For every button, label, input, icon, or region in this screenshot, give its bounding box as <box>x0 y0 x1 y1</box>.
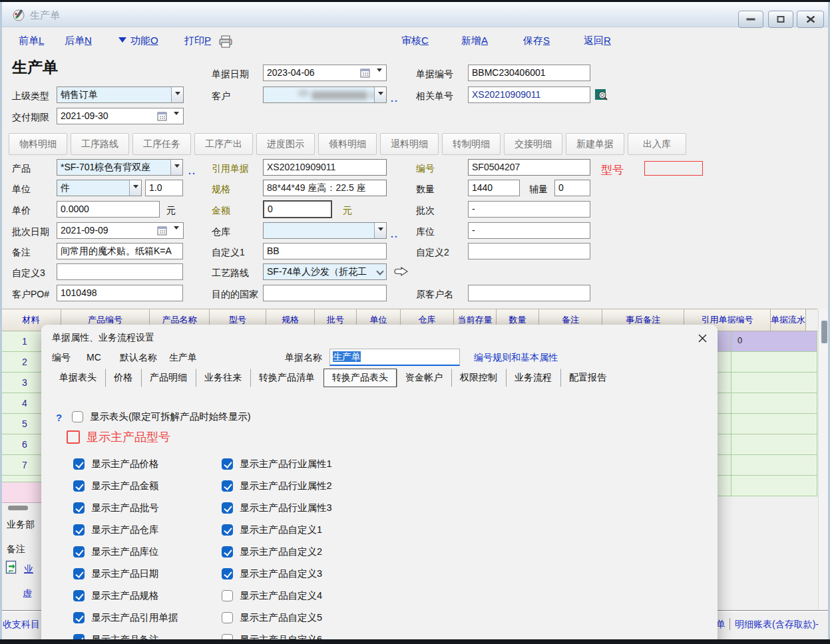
batch-field[interactable]: - <box>468 201 590 218</box>
detail-tab[interactable]: 领料明细 <box>318 133 377 155</box>
chevron-down-icon[interactable] <box>377 71 382 81</box>
checkbox-icon[interactable] <box>73 568 85 579</box>
prev-doc-button[interactable]: 前单L <box>19 35 44 47</box>
help-icon[interactable]: ? <box>56 412 62 423</box>
checkbox-icon[interactable] <box>222 502 233 514</box>
checkbox-icon[interactable] <box>73 502 85 514</box>
checkbox-icon[interactable] <box>222 546 233 558</box>
return-button[interactable]: 返回R <box>584 35 611 47</box>
checkbox-icon[interactable] <box>222 458 233 470</box>
chevron-down-icon[interactable] <box>376 267 383 275</box>
doc-name-input[interactable]: 生产单 <box>329 349 460 366</box>
dialog-tab[interactable]: 产品明细 <box>141 369 196 387</box>
dialog-option-right[interactable]: 显示主产品自定义5 <box>222 611 322 624</box>
chevron-down-icon[interactable] <box>374 223 386 238</box>
dialog-option-right[interactable]: 显示主产品自定义3 <box>222 567 322 580</box>
unit-factor-field[interactable]: 1.0 <box>145 180 183 196</box>
scrollbar-thumb[interactable] <box>821 321 827 343</box>
warehouse-select[interactable] <box>263 222 387 239</box>
detail-tab[interactable]: 退料明细 <box>380 133 439 155</box>
note-field[interactable]: 间常用的魔术贴。纸箱K=A <box>57 243 183 259</box>
batch-date-field[interactable]: 2021-09-09 <box>57 222 184 239</box>
dialog-option-left[interactable]: 显示主产品金额 <box>73 480 159 492</box>
audit-button[interactable]: 审核C <box>401 35 429 47</box>
model-field-empty[interactable] <box>644 161 703 176</box>
pointing-hand-icon[interactable] <box>394 266 409 277</box>
dialog-option-left[interactable]: 显示主产品价格 <box>73 458 159 470</box>
dialog-tab[interactable]: 权限控制 <box>451 369 506 387</box>
dialog-option-left[interactable]: 显示主产品引用单据 <box>73 611 178 624</box>
status-link-accounts[interactable]: 收支科目 <box>3 619 40 631</box>
status-link-detail-ledger[interactable]: 明细账表(含存取款)- <box>735 619 819 631</box>
dialog-option-left[interactable]: 显示主产品规格 <box>73 589 159 602</box>
checkbox-icon[interactable] <box>73 546 85 558</box>
dialog-option-right[interactable]: 显示主产品行业属性2 <box>222 480 332 492</box>
detail-tab[interactable]: 出入库 <box>628 133 686 155</box>
checkbox-icon[interactable] <box>67 430 80 444</box>
search-lookup-icon[interactable] <box>595 88 608 101</box>
refresh-doc-icon[interactable] <box>5 560 17 574</box>
checkbox-icon[interactable] <box>222 568 233 579</box>
dialog-tab[interactable]: 单据表头 <box>51 369 105 387</box>
customer-browse-button[interactable]: .. <box>391 93 399 104</box>
dialog-option-right[interactable]: 显示主产品自定义2 <box>222 546 322 558</box>
location-field[interactable]: - <box>468 222 590 239</box>
qty-field[interactable]: 1440 <box>468 180 520 196</box>
calendar-icon[interactable] <box>157 226 167 236</box>
custom1-field[interactable]: BB <box>263 243 387 259</box>
chevron-down-icon[interactable] <box>174 114 179 124</box>
dialog-close-button[interactable] <box>694 330 711 346</box>
unit-select[interactable]: 件 <box>57 180 142 196</box>
splitter-handle[interactable] <box>8 506 28 510</box>
spec-field[interactable]: 88*44*49 座高：22.5 座 <box>263 180 387 196</box>
show-header-checkbox[interactable]: 显示表头(限定可拆解产品时始终显示) <box>72 410 251 423</box>
price-field[interactable]: 0.0000 <box>57 201 160 218</box>
minimize-button[interactable] <box>738 11 763 28</box>
checkbox-icon[interactable] <box>222 590 233 601</box>
product-browse-button[interactable]: .. <box>188 166 196 176</box>
chevron-down-icon[interactable] <box>129 180 141 196</box>
detail-tab[interactable]: 工序产出 <box>194 133 253 155</box>
deadline-field[interactable]: 2021-09-30 <box>57 108 184 124</box>
doc-no-field[interactable]: BBMC230406001 <box>468 65 590 81</box>
custom3-field[interactable] <box>57 263 183 280</box>
chevron-down-icon[interactable] <box>374 87 386 102</box>
add-new-button[interactable]: 新增A <box>461 35 488 47</box>
chevron-down-icon[interactable] <box>171 87 183 102</box>
dialog-tab[interactable]: 转换产品表头 <box>323 369 397 387</box>
orig-customer-field[interactable] <box>468 285 590 301</box>
checkbox-icon[interactable] <box>73 590 85 601</box>
dest-country-field[interactable] <box>263 285 387 301</box>
show-model-checkbox[interactable]: 显示主产品型号 <box>67 429 170 445</box>
detail-tab[interactable]: 物料明细 <box>9 133 67 155</box>
dialog-option-right[interactable]: 显示主产品自定义4 <box>222 589 322 602</box>
customer-select[interactable] <box>263 86 387 103</box>
dialog-option-left[interactable]: 显示主产品库位 <box>73 546 159 558</box>
product-code-field[interactable]: SF0504207 <box>468 159 590 176</box>
printer-icon[interactable] <box>218 35 233 48</box>
save-button[interactable]: 保存S <box>523 35 550 47</box>
vertical-scrollbar[interactable] <box>818 309 829 609</box>
next-doc-button[interactable]: 后单N <box>65 35 92 47</box>
amount-field[interactable]: 0 <box>263 200 332 218</box>
dialog-option-left[interactable]: 显示主产品批号 <box>73 502 159 514</box>
dialog-tab[interactable]: 价格 <box>105 369 141 387</box>
ref-doc-field[interactable]: XS20210909011 <box>263 159 387 176</box>
product-select[interactable]: *SF-701棕色有背双座 <box>57 159 183 176</box>
dialog-tab[interactable]: 转换产品清单 <box>250 369 323 387</box>
dialog-option-right[interactable]: 显示主产品行业属性1 <box>222 458 332 470</box>
numbering-rules-link[interactable]: 编号规则和基本属性 <box>474 352 558 364</box>
function-menu-button[interactable]: 功能O <box>130 35 158 47</box>
table-header-cell[interactable]: 单据流水 <box>771 309 806 331</box>
dialog-tab[interactable]: 业务往来 <box>196 369 250 387</box>
customer-po-field[interactable]: 1010498 <box>57 285 183 301</box>
checkbox-icon[interactable] <box>222 612 233 623</box>
detail-tab[interactable]: 工序路线 <box>71 133 129 155</box>
detail-tab[interactable]: 工序任务 <box>132 133 191 155</box>
dialog-option-right[interactable]: 显示主产品自定义1 <box>222 524 322 536</box>
checkbox-icon[interactable] <box>73 480 85 492</box>
partial-link-1[interactable]: 业 <box>24 564 33 575</box>
calendar-icon[interactable] <box>157 111 167 121</box>
custom2-field[interactable] <box>468 243 590 259</box>
dialog-option-right[interactable]: 显示主产品行业属性3 <box>222 502 332 514</box>
